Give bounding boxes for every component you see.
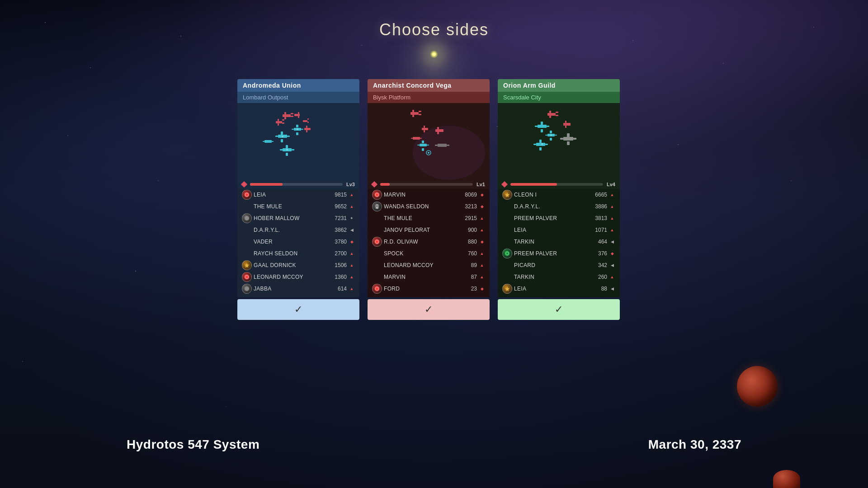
svg-rect-48 [410,112,419,115]
player-ship-icon: ◆ [479,286,485,291]
svg-rect-107 [560,138,563,140]
player-avatar [502,190,512,200]
player-avatar [242,272,252,282]
anarchist-header[interactable]: Anarchist Concord Vega [368,79,490,92]
svg-rect-9 [278,119,279,121]
player-ship-icon: ✦ [349,216,355,221]
player-score: 3813 [590,215,607,221]
player-avatar [372,225,382,235]
svg-rect-90 [538,125,547,128]
orion-header[interactable]: Orion Arm Guild [498,79,620,92]
player-row: GAAL DORNICK1506▲ [240,259,357,271]
svg-rect-15 [307,122,309,123]
svg-rect-103 [539,140,542,143]
svg-rect-93 [541,122,543,125]
player-score: 614 [330,286,347,292]
player-avatar [502,213,512,223]
svg-point-68 [428,152,429,154]
svg-rect-71 [435,145,438,146]
svg-rect-29 [264,140,272,143]
player-avatar [372,249,382,258]
anarchist-level: Lv1 [476,182,485,187]
player-row: JANOV PELORAT900▲ [370,224,487,236]
player-row: WANDA SELDON3213◆ [370,201,487,212]
svg-rect-104 [539,147,542,150]
anarchist-players: MARVIN8069◆WANDA SELDON3213◆THE MULE2915… [368,189,490,297]
svg-rect-11 [282,119,284,121]
svg-rect-63 [427,145,429,145]
svg-rect-60 [437,127,439,129]
svg-rect-87 [563,123,571,126]
svg-rect-13 [303,120,307,122]
svg-rect-66 [422,148,424,151]
star-glow [429,50,439,59]
svg-rect-101 [545,144,548,145]
svg-rect-108 [567,133,570,137]
player-avatar [242,249,252,258]
svg-rect-94 [541,129,543,132]
svg-point-76 [376,206,377,206]
svg-point-39 [286,149,288,150]
svg-point-47 [413,126,485,180]
player-row: HOBER MALLOW7231✦ [240,212,357,224]
player-name: R.D. OLIVAW [384,239,458,245]
svg-rect-102 [533,144,536,145]
svg-marker-43 [245,263,249,267]
svg-rect-2 [284,117,286,119]
player-ship-icon: ▲ [609,192,615,197]
player-ship-icon: ▲ [349,192,355,197]
svg-rect-70 [447,145,449,146]
player-ship-icon: ◆ [349,239,355,244]
player-ship-icon: ◆ [609,251,615,256]
player-name: JABBA [254,286,328,292]
player-avatar [502,260,512,270]
orion-confirm[interactable]: ✓ [498,299,620,320]
player-ship-icon: ▲ [349,286,355,291]
anarchist-level-bar: Lv1 [368,180,490,189]
svg-point-81 [376,287,378,290]
svg-rect-7 [298,116,299,118]
planet-small [773,470,800,488]
player-score: 88 [590,286,607,292]
andromeda-bar-fill [250,183,283,186]
player-ship-icon: ▲ [349,251,355,256]
player-row: PREEM PALVER3813▲ [500,212,617,224]
svg-rect-89 [565,126,566,128]
svg-rect-82 [547,113,556,116]
andromeda-subheader: Lombard Outpost [237,92,359,103]
svg-rect-30 [263,141,264,142]
player-avatar [372,237,382,247]
player-row: LEONARD MCCOY89▲ [370,259,487,271]
andromeda-header[interactable]: Andromeda Union [237,79,359,92]
svg-rect-16 [304,128,311,130]
svg-rect-61 [437,132,439,134]
player-avatar [242,260,252,270]
svg-rect-85 [556,112,558,113]
orion-bar-fill [510,183,557,186]
anarchist-confirm[interactable]: ✓ [368,299,490,320]
andromeda-bar-track [250,183,343,186]
player-row: R.D. OLIVAW880◆ [370,236,487,248]
player-score: 87 [460,274,477,280]
svg-rect-88 [565,121,566,123]
svg-point-73 [376,193,378,196]
player-score: 880 [460,239,477,245]
anarchist-map [368,103,490,180]
player-avatar [242,213,252,223]
player-name: D.A.R.Y.L. [254,227,328,233]
andromeda-level-bar: Lv3 [237,180,359,189]
player-score: 342 [590,262,607,268]
svg-point-114 [506,253,508,254]
player-ship-icon: ◀ [609,263,615,267]
player-name: VADER [254,239,328,245]
player-avatar [502,202,512,211]
andromeda-confirm[interactable]: ✓ [237,299,359,320]
player-name: JANOV PELORAT [384,227,458,233]
svg-rect-49 [412,110,414,112]
svg-rect-22 [296,125,298,127]
orion-bar-track [510,183,603,186]
player-row: MARVIN8069◆ [370,189,487,201]
player-name: MARVIN [384,192,458,198]
svg-point-79 [376,240,378,243]
player-avatar [372,202,382,211]
